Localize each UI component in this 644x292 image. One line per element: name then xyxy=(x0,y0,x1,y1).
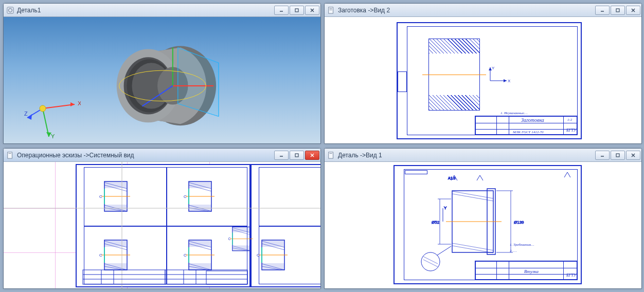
svg-text:Y: Y xyxy=(492,66,495,70)
doc-drawing-icon xyxy=(7,152,14,159)
svg-rect-65 xyxy=(329,152,333,158)
svg-rect-68 xyxy=(616,154,619,157)
svg-line-91 xyxy=(423,260,438,267)
svg-marker-19 xyxy=(70,102,75,106)
minimize-button[interactable] xyxy=(595,6,610,15)
titlebar[interactable]: Заготовка ->Вид 2 xyxy=(325,4,641,17)
note-1: 1. Требования… xyxy=(510,243,571,247)
minimize-button[interactable] xyxy=(595,151,610,160)
view-triad: X Y Z xyxy=(24,84,81,140)
maximize-button[interactable] xyxy=(611,6,625,15)
window-title: Деталь ->Вид 1 xyxy=(338,152,595,159)
svg-rect-3 xyxy=(295,9,298,12)
svg-text:X: X xyxy=(508,79,511,83)
svg-rect-0 xyxy=(7,7,13,13)
svg-rect-64 xyxy=(206,271,247,284)
drawing-canvas[interactable]: A1.8 Ø139 xyxy=(325,162,641,288)
drawing-canvas[interactable]: С xyxy=(4,162,320,288)
window-zagotovka[interactable]: Заготовка ->Вид 2 X Y xyxy=(324,3,642,144)
titlebar[interactable]: Операционные эскизы ->Системный вид xyxy=(4,149,320,162)
svg-line-90 xyxy=(423,257,438,264)
note-2: 2. … xyxy=(510,249,571,253)
close-button[interactable] xyxy=(305,6,319,15)
window-title: Деталь1 xyxy=(17,7,274,14)
svg-text:Z: Z xyxy=(24,111,28,117)
titlebar[interactable]: Деталь1 xyxy=(4,4,320,17)
viewport-3d[interactable]: X Y Z xyxy=(4,17,320,143)
svg-point-27 xyxy=(40,105,46,112)
svg-text:A1.8: A1.8 xyxy=(448,176,456,180)
title-block: Втулка БГТУ xyxy=(475,261,578,280)
titlebar[interactable]: Деталь ->Вид 1 xyxy=(325,149,641,162)
close-button[interactable] xyxy=(626,6,640,15)
origin-marker: X Y xyxy=(488,66,511,87)
minimize-button[interactable] xyxy=(274,6,289,15)
doc-part-icon xyxy=(7,7,14,14)
doc-drawing-icon xyxy=(328,7,335,14)
maximize-button[interactable] xyxy=(290,6,304,15)
title-block: Заготовка МЛК ГОСТ 1412-70 БГТУ 1:2 xyxy=(475,116,578,135)
window-title: Операционные эскизы ->Системный вид xyxy=(17,152,274,159)
svg-text:Ø52: Ø52 xyxy=(432,220,440,225)
doc-drawing-icon xyxy=(328,152,335,159)
window-op-sketches[interactable]: Операционные эскизы ->Системный вид xyxy=(3,148,321,289)
close-button[interactable] xyxy=(305,151,319,160)
close-button[interactable] xyxy=(626,151,640,160)
svg-text:X: X xyxy=(78,100,81,106)
window-title: Заготовка ->Вид 2 xyxy=(338,7,595,14)
note-text: 1. Неуказанные… xyxy=(500,112,573,116)
svg-rect-41 xyxy=(8,152,12,158)
minimize-button[interactable] xyxy=(274,151,289,160)
svg-rect-32 xyxy=(616,9,619,12)
svg-rect-44 xyxy=(295,154,298,157)
maximize-button[interactable] xyxy=(290,151,304,160)
svg-marker-36 xyxy=(504,79,507,82)
drawing-canvas[interactable]: X Y 1. Неуказанные… Заготовка МЛК ГОСТ 1… xyxy=(325,17,641,143)
svg-line-18 xyxy=(43,104,75,108)
window-part-3d[interactable]: Деталь1 xyxy=(3,3,321,144)
svg-text:Ø139: Ø139 xyxy=(514,220,524,225)
svg-line-92 xyxy=(437,246,451,256)
svg-rect-28 xyxy=(329,7,333,13)
svg-text:Y: Y xyxy=(51,133,55,139)
maximize-button[interactable] xyxy=(611,151,625,160)
window-detail[interactable]: Деталь ->Вид 1 A1.8 xyxy=(324,148,642,289)
svg-text:Y: Y xyxy=(444,206,447,210)
